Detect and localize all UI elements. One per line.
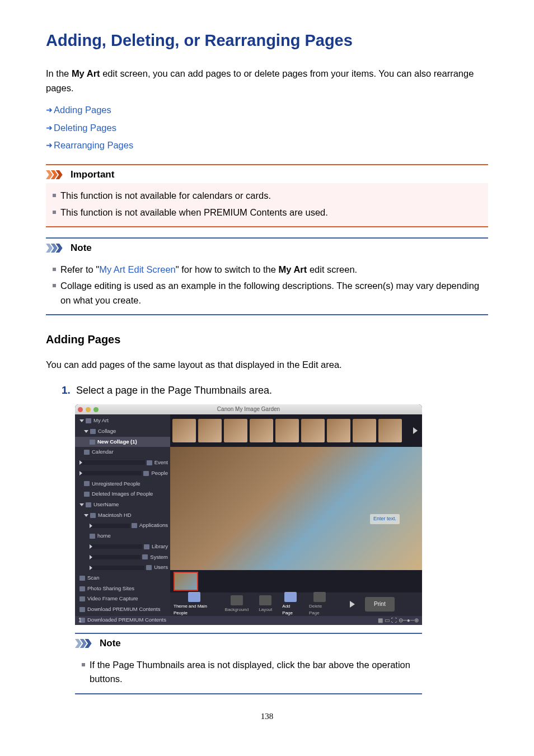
tree-vfc: Video Frame Capture [87, 595, 138, 603]
tree-username: UserName [93, 501, 119, 509]
tree-dl-premium: Download PREMIUM Contents [87, 605, 160, 614]
intro-pre: In the [46, 68, 72, 78]
tool-background: Background [225, 606, 249, 613]
note-title: Note [71, 241, 92, 255]
important-title: Important [71, 167, 114, 182]
link-deleting-pages[interactable]: Deleting Pages [54, 121, 116, 136]
tree-system: System [150, 553, 168, 562]
intro-bold: My Art [72, 68, 100, 78]
tree-my-art: My Art [93, 417, 109, 425]
status-icons: ▦ ▭ ⛶ ⊖─●─⊕ [378, 616, 419, 625]
tree-users: Users [154, 563, 168, 572]
link-my-art-edit-screen[interactable]: My Art Edit Screen [99, 264, 176, 274]
chevrons-icon [75, 638, 97, 648]
tree-library: Library [152, 543, 168, 551]
sidebar-tree: My Art Collage New Collage (1) Calendar … [75, 414, 170, 616]
tree-scan: Scan [87, 574, 100, 582]
note-callout: Note Refer to "My Art Edit Screen" for h… [46, 237, 488, 315]
arrow-right-icon: ➜ [46, 139, 54, 152]
tree-pss: Photo Sharing Sites [87, 585, 134, 593]
note-callout: Note If the Page Thumbnails area is not … [75, 633, 422, 694]
arrow-right-icon: ➜ [46, 122, 54, 134]
window-title: Canon My Image Garden [75, 405, 422, 414]
section-adding-title: Adding Pages [46, 331, 488, 348]
note-text: " for how to switch to the [176, 264, 279, 274]
arrow-right-icon: ➜ [46, 104, 54, 116]
tree-deleted: Deleted Images of People [92, 490, 153, 498]
status-count: 1 [78, 616, 82, 625]
chevrons-icon [46, 243, 68, 253]
tree-dl-premium-done: Downloaded PREMIUM Contents [87, 616, 166, 624]
tree-new-collage: New Collage (1) [97, 438, 137, 446]
screenshot-illustration: Canon My Image Garden My Art Collage New… [75, 404, 422, 625]
intro-post: edit screen, you can add pages to or del… [46, 68, 474, 93]
tree-unregistered: Unregistered People [92, 480, 140, 488]
step-text: Select a page in the Page Thumbnails are… [76, 383, 272, 399]
note-text: edit screen. [307, 264, 357, 274]
link-rearranging-pages[interactable]: Rearranging Pages [54, 138, 133, 153]
note-item: Refer to "My Art Edit Screen" for how to… [60, 263, 483, 277]
tool-theme: Theme and Main People [174, 603, 215, 617]
tree-calendar: Calendar [92, 448, 114, 456]
page-thumbnail-selected [174, 572, 198, 591]
tool-layout: Layout [259, 606, 272, 613]
important-item: This function is not available when PREM… [60, 206, 483, 220]
step-number: 1. [62, 382, 76, 398]
chevrons-icon [46, 170, 68, 180]
page-number: 138 [46, 710, 488, 723]
important-callout: Important This function is not available… [46, 164, 488, 227]
operation-toolbar: Theme and Main People Background Layout … [170, 592, 422, 616]
chevron-right-icon [413, 427, 418, 434]
section-adding-intro: You can add pages of the same layout as … [46, 358, 488, 372]
step-1: 1. Select a page in the Page Thumbnails … [62, 382, 488, 399]
tree-mac: Macintosh HD [98, 511, 132, 520]
tree-apps: Applications [139, 521, 168, 530]
note-item: Collage editing is used as an example in… [60, 279, 483, 307]
tree-people: People [151, 469, 168, 478]
tree-home: home [97, 532, 111, 540]
image-thumbnail-strip [170, 414, 422, 447]
tool-add-page: Add Page [282, 603, 299, 617]
placeholder-enter-text: Enter text. [370, 514, 400, 524]
page-thumbnails-area [170, 570, 422, 592]
anchor-nav: ➜ Adding Pages ➜ Deleting Pages ➜ Rearra… [46, 103, 488, 153]
edit-area: Enter text. [170, 447, 422, 570]
page-title: Adding, Deleting, or Rearranging Pages [46, 28, 488, 53]
tree-event: Event [154, 459, 168, 467]
note-item: If the Page Thumbnails area is not displ… [90, 658, 416, 687]
note-bold: My Art [279, 264, 307, 274]
tool-delete-page: Delete Page [309, 603, 330, 617]
note-text: Refer to " [60, 264, 99, 274]
important-item: This function is not available for calen… [60, 189, 483, 203]
print-button: Print [365, 597, 395, 612]
intro-paragraph: In the My Art edit screen, you can add p… [46, 67, 488, 95]
link-adding-pages[interactable]: Adding Pages [54, 103, 111, 118]
tree-collage: Collage [98, 427, 116, 436]
play-icon [350, 601, 355, 608]
note-title: Note [100, 636, 121, 651]
